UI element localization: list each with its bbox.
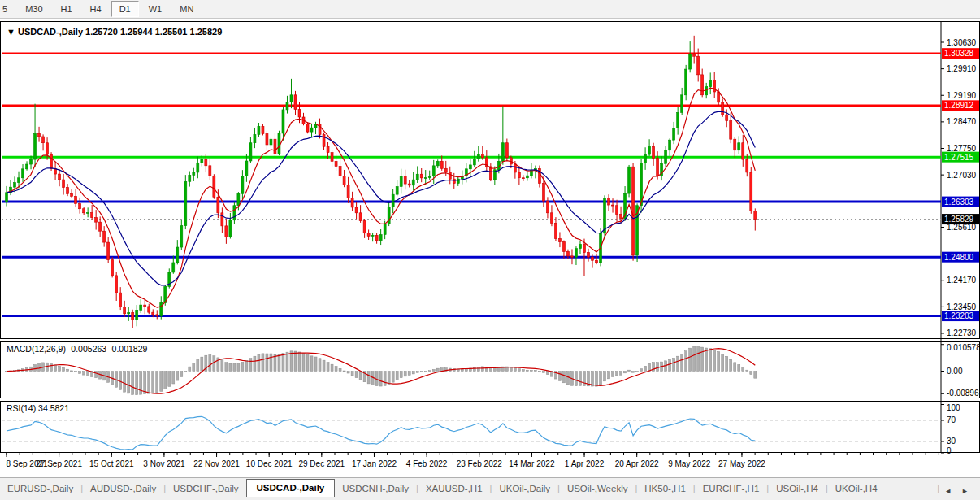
svg-text:1.26303: 1.26303 [944, 198, 974, 207]
svg-text:0.00: 0.00 [947, 367, 963, 376]
svg-text:1.28470: 1.28470 [947, 117, 977, 126]
timeframe-button-w1[interactable]: W1 [141, 1, 171, 17]
tab-eurusd-daily[interactable]: EURUSD-,Daily [0, 480, 80, 498]
svg-text:1.27750: 1.27750 [947, 144, 977, 153]
tab-hk50-h1[interactable]: HK50-,H1 [637, 480, 693, 498]
symbol-tab-bar: EURUSD-,Daily|AUDUSD-,Daily|USDCHF-,Dail… [0, 477, 980, 498]
svg-text:1.23203: 1.23203 [944, 311, 974, 320]
chart-window: ▼ USDCAD-,Daily 1.25720 1.25944 1.25501 … [0, 21, 980, 477]
timeframe-button-m30[interactable]: M30 [17, 1, 50, 17]
tab-scroll-left-icon[interactable]: ◄ [939, 485, 956, 498]
svg-text:14 Mar 2022: 14 Mar 2022 [509, 459, 555, 468]
timeframe-button-d1[interactable]: D1 [111, 1, 139, 17]
chart-title: ▼ USDCAD-,Daily 1.25720 1.25944 1.25501 … [7, 27, 222, 37]
rsi-label: RSI(14) 34.5821 [7, 403, 69, 413]
svg-text:1.23450: 1.23450 [947, 302, 977, 311]
date-axis: 8 Sep 202127 Sep 202115 Oct 20213 Nov 20… [6, 453, 939, 468]
tab-xauusd-h1[interactable]: XAUUSD-,H1 [418, 480, 490, 498]
svg-text:1 Apr 2022: 1 Apr 2022 [565, 459, 605, 468]
svg-text:70: 70 [947, 415, 956, 424]
svg-text:30: 30 [947, 437, 956, 446]
tab-scroll-controls: |◄► [937, 484, 980, 498]
svg-text:0.010578: 0.010578 [947, 343, 980, 352]
svg-text:1.30630: 1.30630 [947, 38, 977, 47]
svg-text:29 Dec 2021: 29 Dec 2021 [298, 459, 345, 468]
tab-ukoil-daily[interactable]: UKOil-,Daily [492, 480, 557, 498]
svg-text:3 Nov 2021: 3 Nov 2021 [143, 459, 185, 468]
trading-terminal-window: 5M30H1H4D1W1MN ▼ USDCAD-,Daily 1.25720 1… [0, 0, 980, 500]
svg-text:1.24170: 1.24170 [947, 276, 977, 285]
macd-label: MACD(12,26,9) -0.005263 -0.001829 [7, 344, 148, 354]
svg-text:15 Oct 2021: 15 Oct 2021 [89, 459, 134, 468]
svg-text:22 Nov 2021: 22 Nov 2021 [193, 459, 240, 468]
tab-eurchf-h1[interactable]: EURCHF-,H1 [696, 480, 767, 498]
timeframe-button-h1[interactable]: H1 [53, 1, 80, 17]
tab-scroll-right-icon[interactable]: ► [956, 485, 973, 498]
svg-text:1.27515: 1.27515 [944, 153, 974, 162]
tab-usoil-weekly[interactable]: USOil-,Weekly [560, 480, 635, 498]
tab-usdcad-daily[interactable]: USDCAD-,Daily [246, 479, 336, 498]
svg-text:1.29910: 1.29910 [947, 64, 977, 73]
svg-text:23 Feb 2022: 23 Feb 2022 [457, 459, 503, 468]
tab-usdcnh-daily[interactable]: USDCNH-,Daily [335, 480, 416, 498]
tab-audusd-daily[interactable]: AUDUSD-,Daily [83, 480, 163, 498]
svg-text:4 Feb 2022: 4 Feb 2022 [406, 459, 448, 468]
tab-usoil-h4[interactable]: USOil-,H4 [769, 480, 826, 498]
svg-text:10 Dec 2021: 10 Dec 2021 [246, 459, 293, 468]
tab-ukoil-h4[interactable]: UKOil-,H4 [828, 480, 885, 498]
svg-text:1.29190: 1.29190 [947, 91, 977, 100]
chart-canvas[interactable]: ▼ USDCAD-,Daily 1.25720 1.25944 1.25501 … [0, 21, 980, 477]
timeframe-button-h4[interactable]: H4 [82, 1, 110, 17]
svg-text:27 Sep 2021: 27 Sep 2021 [36, 459, 82, 468]
svg-text:27 May 2022: 27 May 2022 [718, 459, 765, 468]
window-bottom-strip [0, 497, 980, 500]
svg-text:0: 0 [947, 446, 952, 455]
timeframe-button-mn[interactable]: MN [171, 1, 202, 17]
svg-text:-0.00896: -0.00896 [947, 389, 979, 398]
svg-text:9 May 2022: 9 May 2022 [668, 459, 711, 468]
svg-text:1.22730: 1.22730 [947, 328, 977, 337]
svg-text:100: 100 [947, 403, 960, 412]
svg-text:1.28912: 1.28912 [944, 101, 974, 110]
timeframe-button-5[interactable]: 5 [0, 1, 15, 17]
svg-text:1.24800: 1.24800 [944, 253, 974, 262]
svg-text:20 Apr 2022: 20 Apr 2022 [615, 459, 659, 468]
timeframe-toolbar: 5M30H1H4D1W1MN [0, 0, 980, 19]
svg-text:1.25829: 1.25829 [944, 215, 974, 224]
panel-frames [1, 21, 980, 453]
svg-text:17 Jan 2022: 17 Jan 2022 [352, 459, 397, 468]
svg-text:1.27030: 1.27030 [947, 171, 977, 180]
svg-text:1.30328: 1.30328 [944, 49, 974, 58]
tab-usdchf-daily[interactable]: USDCHF-,Daily [166, 480, 246, 498]
